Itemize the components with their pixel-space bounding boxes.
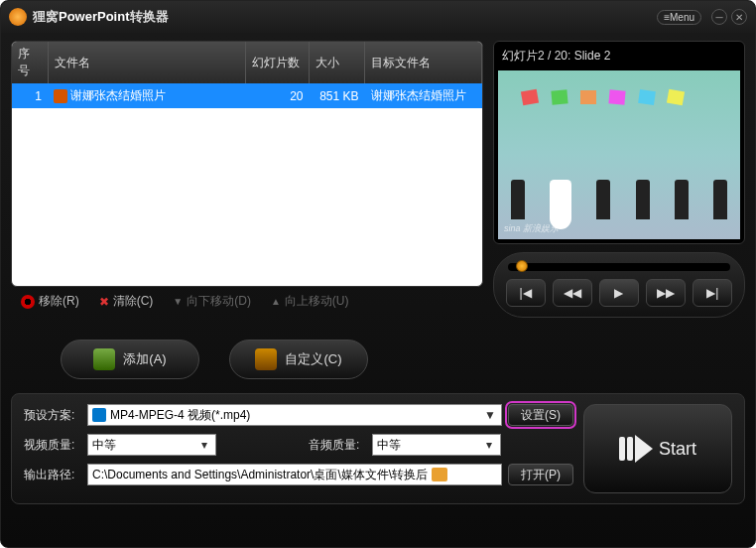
prev-button[interactable]: ◀◀ <box>553 279 592 307</box>
start-button[interactable]: Start <box>583 404 732 493</box>
player-controls: |◀ ◀◀ ▶ ▶▶ ▶| <box>493 252 745 318</box>
col-slides[interactable]: 幻灯片数 <box>246 42 310 83</box>
col-index[interactable]: 序号 <box>12 42 48 83</box>
moveup-button[interactable]: ▲向上移动(U) <box>271 293 349 310</box>
audio-quality-label: 音频质量: <box>309 437 366 454</box>
play-button[interactable]: ▶ <box>599 279 639 307</box>
table-row[interactable]: 1 谢娜张杰结婚照片 20 851 KB 谢娜张杰结婚照片 <box>12 83 482 108</box>
chevron-down-icon: ▾ <box>197 438 211 452</box>
format-icon <box>92 408 106 422</box>
next-button[interactable]: ▶▶ <box>646 279 686 307</box>
folder-icon[interactable] <box>432 468 447 481</box>
preset-value: MP4-MPEG-4 视频(*.mp4) <box>110 407 250 424</box>
audio-quality-combo[interactable]: 中等 ▾ <box>372 434 501 456</box>
up-arrow-icon: ▲ <box>271 296 281 307</box>
output-path-value: C:\Documents and Settings\Administrator\… <box>92 467 428 483</box>
add-icon <box>93 348 115 370</box>
video-quality-label: 视频质量: <box>24 437 81 454</box>
minimize-button[interactable]: ─ <box>711 9 727 25</box>
app-logo-icon <box>9 8 27 26</box>
clear-icon: ✖ <box>99 295 109 309</box>
title-suffix: 转换器 <box>130 9 169 24</box>
file-list-panel: 序号 文件名 幻灯片数 大小 目标文件名 1 谢娜张杰结婚照片 20 851 K… <box>11 41 483 287</box>
video-quality-value: 中等 <box>92 437 116 454</box>
custom-icon <box>255 348 277 370</box>
right-panel: 幻灯片2 / 20: Slide 2 sina 新浪娱乐 |◀ ◀◀ ▶ <box>493 41 745 318</box>
ppt-icon <box>54 89 67 103</box>
first-button[interactable]: |◀ <box>506 279 546 307</box>
preview-label: 幻灯片2 / 20: Slide 2 <box>498 46 740 70</box>
add-button[interactable]: 添加(A) <box>61 340 199 379</box>
cell-slides: 20 <box>246 83 310 108</box>
titlebar[interactable]: 狸窝PowerPoint转换器 ≡Menu ─ ✕ <box>1 1 755 33</box>
close-button[interactable]: ✕ <box>731 9 747 25</box>
start-icon <box>619 435 653 463</box>
cell-filename: 谢娜张杰结婚照片 <box>48 83 246 108</box>
output-path-field[interactable]: C:\Documents and Settings\Administrator\… <box>87 464 502 485</box>
menu-button[interactable]: ≡Menu <box>657 10 701 25</box>
open-button[interactable]: 打开(P) <box>508 464 573 485</box>
output-path-label: 输出路径: <box>24 467 81 483</box>
flags-decoration <box>522 90 715 110</box>
col-filename[interactable]: 文件名 <box>48 42 246 83</box>
seek-slider[interactable] <box>508 263 730 271</box>
preview-panel: 幻灯片2 / 20: Slide 2 sina 新浪娱乐 <box>493 41 745 244</box>
main-content: 序号 文件名 幻灯片数 大小 目标文件名 1 谢娜张杰结婚照片 20 851 K… <box>1 33 755 326</box>
preset-label: 预设方案: <box>24 407 81 424</box>
chevron-down-icon: ▾ <box>482 438 496 452</box>
settings-button[interactable]: 设置(S) <box>508 404 573 426</box>
audio-quality-value: 中等 <box>377 437 401 454</box>
col-size[interactable]: 大小 <box>310 42 365 83</box>
cell-index: 1 <box>12 83 48 108</box>
chevron-down-icon: ▼ <box>483 408 497 422</box>
mid-buttons: 添加(A) 自定义(C) <box>1 326 755 387</box>
bottom-panel: 预设方案: MP4-MPEG-4 视频(*.mp4) ▼ 设置(S) 视频质量:… <box>11 393 745 504</box>
cell-target: 谢娜张杰结婚照片 <box>365 83 482 108</box>
settings-column: 预设方案: MP4-MPEG-4 视频(*.mp4) ▼ 设置(S) 视频质量:… <box>24 404 573 493</box>
clear-button[interactable]: ✖清除(C) <box>99 293 154 310</box>
app-window: 狸窝PowerPoint转换器 ≡Menu ─ ✕ 序号 文件名 幻灯片数 大小… <box>0 0 756 548</box>
app-title: 狸窝PowerPoint转换器 <box>33 8 657 26</box>
file-table: 序号 文件名 幻灯片数 大小 目标文件名 1 谢娜张杰结婚照片 20 851 K… <box>12 42 482 108</box>
movedown-button[interactable]: ▼向下移动(D) <box>173 293 251 310</box>
file-toolbar: 移除(R) ✖清除(C) ▼向下移动(D) ▲向上移动(U) <box>11 287 483 316</box>
preview-watermark: sina 新浪娱乐 <box>504 222 559 235</box>
slider-knob[interactable] <box>516 260 528 272</box>
preset-combo[interactable]: MP4-MPEG-4 视频(*.mp4) ▼ <box>87 404 502 426</box>
last-button[interactable]: ▶| <box>693 279 732 307</box>
title-main: PowerPoint <box>59 9 130 24</box>
title-prefix: 狸窝 <box>33 9 59 24</box>
col-target[interactable]: 目标文件名 <box>365 42 482 83</box>
custom-button[interactable]: 自定义(C) <box>229 340 368 379</box>
preview-image: sina 新浪娱乐 <box>498 70 740 239</box>
remove-icon <box>21 295 35 309</box>
cell-size: 851 KB <box>310 83 365 108</box>
remove-button[interactable]: 移除(R) <box>21 293 79 310</box>
video-quality-combo[interactable]: 中等 ▾ <box>87 434 216 456</box>
left-panel: 序号 文件名 幻灯片数 大小 目标文件名 1 谢娜张杰结婚照片 20 851 K… <box>11 41 483 318</box>
start-label: Start <box>659 439 696 460</box>
down-arrow-icon: ▼ <box>173 296 183 307</box>
